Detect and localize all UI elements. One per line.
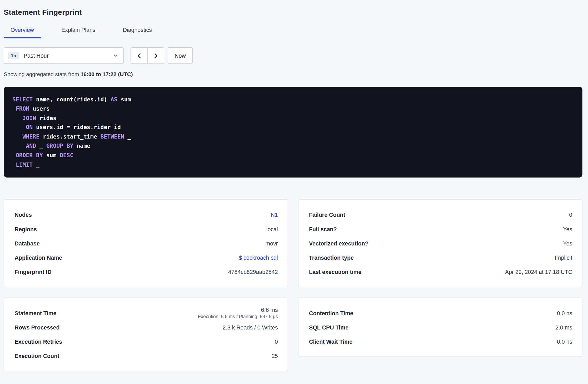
aggregated-stats-caption: Showing aggregated stats from 16:00 to 1… (4, 71, 582, 78)
sql-text (12, 124, 26, 131)
row-value-wrap: Yes (563, 240, 572, 247)
row-label: Client Wait Time (309, 338, 352, 345)
sql-text: rides.start_time (39, 133, 101, 140)
row-label: Vectorized execution? (309, 240, 368, 247)
sql-keyword: BETWEEN (101, 133, 124, 140)
row-label: Fingerprint ID (15, 269, 52, 275)
row-value: 6.6 ms (261, 307, 278, 313)
row-label: Contention Time (309, 310, 353, 316)
row-value: Yes (563, 226, 572, 232)
chevron-right-icon (153, 52, 159, 59)
sql-keyword: ON (26, 124, 33, 131)
card-row: Failure Count0 (309, 208, 572, 222)
row-value-wrap: 2.0 ms (555, 324, 572, 331)
sql-text: _ (33, 161, 39, 168)
row-value: 0.0 ns (557, 338, 572, 345)
sql-text (12, 115, 23, 121)
row-value-link[interactable]: N1 (271, 211, 278, 218)
card-row: Application Name$ cockroach sql (15, 250, 278, 265)
row-label: Execution Retries (15, 338, 62, 345)
sql-line: SELECT name, count(rides.id) AS sum (12, 95, 574, 104)
card-row: Regionslocal (15, 222, 278, 236)
card-row: Statement Time6.6 msExecution: 5.8 ms / … (15, 306, 278, 320)
sql-line: ORDER BY sum DESC (12, 151, 574, 160)
chevron-down-icon (113, 53, 118, 58)
row-value-wrap: movr (265, 240, 278, 247)
prev-range-button[interactable] (131, 48, 147, 63)
page-title: Statement Fingerprint (4, 7, 582, 16)
next-range-button[interactable] (147, 48, 164, 63)
sql-text: sum (117, 96, 131, 103)
card-row: Execution Count25 (15, 349, 278, 363)
row-label: SQL CPU Time (309, 324, 348, 331)
row-value: 0.0 ns (557, 310, 572, 316)
row-value: 0 (275, 338, 278, 345)
sql-line: FROM users (12, 104, 574, 114)
row-value-wrap: Yes (563, 226, 572, 232)
row-value-wrap: 6.6 msExecution: 5.8 ms / Planning: 687.… (198, 307, 278, 319)
sql-text: users.id = rides.rider_id (33, 124, 121, 131)
performance-card-left: Statement Time6.6 msExecution: 5.8 ms / … (4, 298, 288, 371)
row-value-wrap: N1 (271, 211, 278, 218)
row-label: Nodes (15, 211, 32, 218)
range-step-group (131, 47, 164, 64)
sql-text: _ (124, 133, 131, 140)
sql-text: rides (36, 115, 56, 121)
row-label: Last execution time (309, 269, 362, 275)
row-value-wrap: Implicit (555, 254, 572, 261)
sql-keyword: SELECT (12, 96, 33, 103)
tab-diagnostics[interactable]: Diagnostics (116, 22, 159, 38)
row-label: Execution Count (15, 353, 59, 359)
sql-keyword: GROUP BY (46, 142, 73, 149)
time-range-badge: 1h (8, 52, 19, 59)
row-value-wrap: 25 (272, 353, 278, 359)
row-value: Implicit (555, 254, 572, 261)
row-value-wrap: 0.0 ns (557, 310, 572, 316)
row-value-wrap: 0.0 ns (557, 338, 572, 345)
row-value-link[interactable]: $ cockroach sql (239, 254, 278, 261)
row-value: local (266, 226, 278, 232)
sql-keyword: AS (111, 96, 117, 103)
card-row: Fingerprint ID4784cb829aab2542 (15, 265, 278, 279)
sql-keyword: AND (26, 142, 36, 149)
sql-line: JOIN rides (12, 114, 574, 123)
tab-explain-plans[interactable]: Explain Plans (54, 22, 102, 38)
card-row: Full scan?Yes (309, 222, 572, 236)
card-row: Execution Retries0 (15, 334, 278, 349)
card-row: Contention Time0.0 ns (309, 306, 572, 320)
sql-text: name (73, 142, 90, 149)
time-toolbar: 1h Past Hour Now (4, 47, 582, 64)
row-value-wrap: 0 (569, 211, 572, 218)
sql-line: WHERE rides.start_time BETWEEN _ (12, 132, 574, 141)
row-value: 4784cb829aab2542 (228, 269, 278, 275)
sql-keyword: FROM (16, 105, 29, 112)
card-row: Client Wait Time0.0 ns (309, 334, 572, 349)
sql-text (12, 105, 16, 112)
caption-range: 16:00 to 17:22 (UTC) (81, 71, 133, 77)
sql-text (12, 161, 16, 168)
now-button[interactable]: Now (168, 47, 193, 64)
row-label: Application Name (15, 254, 62, 261)
row-value: movr (265, 240, 278, 247)
sql-code: SELECT name, count(rides.id) AS sum FROM… (4, 87, 582, 178)
tab-overview[interactable]: Overview (4, 22, 41, 38)
row-value: Apr 29, 2024 at 17:18 UTC (505, 269, 572, 275)
row-value-wrap: Apr 29, 2024 at 17:18 UTC (505, 269, 572, 275)
row-value: 25 (272, 353, 278, 359)
caption-prefix: Showing aggregated stats from (4, 71, 81, 77)
sql-text (12, 142, 26, 149)
sql-keyword: ORDER BY (16, 152, 43, 159)
row-value: 2.0 ms (555, 324, 572, 331)
tab-bar: Overview Explain Plans Diagnostics (4, 22, 582, 38)
statement-fingerprint-page: Statement Fingerprint Overview Explain P… (0, 0, 588, 384)
sql-text (12, 133, 23, 140)
cards-grid: NodesN1RegionslocalDatabasemovrApplicati… (4, 199, 582, 371)
time-range-select[interactable]: 1h Past Hour (4, 47, 124, 64)
sql-text: _ (36, 142, 46, 149)
sql-keyword: DESC (60, 152, 73, 159)
sql-text: name, count(rides.id) (33, 96, 111, 103)
sql-keyword: JOIN (23, 115, 36, 121)
details-card-left: NodesN1RegionslocalDatabasemovrApplicati… (4, 199, 288, 287)
row-label: Statement Time (15, 310, 57, 316)
details-card-right: Failure Count0Full scan?YesVectorized ex… (298, 199, 582, 287)
